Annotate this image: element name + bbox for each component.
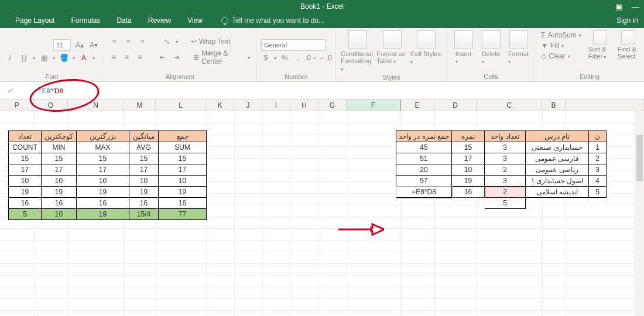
table-cell[interactable]: 3 [485,142,526,153]
comma-icon[interactable]: , [293,53,303,63]
find-select-button[interactable]: Find & Select [618,30,639,72]
column-header-F[interactable]: F [347,99,400,111]
table-cell[interactable]: فارسی عمومی [526,153,589,164]
table-cell[interactable]: اندیشه اسلامی [526,187,589,198]
table-cell[interactable]: 2 [589,153,607,164]
tab-review[interactable]: Review [140,13,179,28]
sort-filter-button[interactable]: Sort & Filter ▾ [588,30,612,72]
italic-icon[interactable]: I [5,53,15,63]
increase-font-icon[interactable]: A▴ [74,40,85,50]
table-cell[interactable]: 10 [159,176,207,187]
align-center-icon[interactable]: ≡ [122,52,131,63]
table-cell[interactable]: 16 [77,198,129,209]
decrease-font-icon[interactable]: A▾ [88,40,99,50]
orientation-icon[interactable]: ⤡ [162,36,172,47]
underline-icon[interactable]: U [19,53,29,63]
tab-page-layout[interactable]: Page Layout [7,13,63,28]
indent-inc-icon[interactable]: ⇥ [171,52,180,63]
scrollbar-vertical[interactable] [635,111,644,316]
table-cell[interactable]: 19 [77,209,129,220]
enter-icon[interactable] [20,85,30,96]
active-cell[interactable]: =E8*D8 [396,187,452,198]
column-header-E[interactable]: E [400,99,434,111]
format-button[interactable]: Format▾ [506,30,532,72]
table-cell[interactable]: 5 [485,198,526,209]
table-cell[interactable]: 4 [589,176,607,187]
number-format-select[interactable] [261,39,326,51]
align-right-icon[interactable]: ≡ [135,52,145,63]
table-cell[interactable]: 17 [77,164,129,176]
column-header-H[interactable]: H [290,99,318,111]
table-cell[interactable]: اصول حسابداری ۱ [526,176,589,187]
autosum-button[interactable]: ΣAutoSum▾ [540,30,583,40]
table-cell[interactable]: 45 [396,142,452,153]
table-cell[interactable]: 10 [452,164,485,176]
fill-color-icon[interactable]: 🪣 [59,53,69,63]
clear-button[interactable]: ◇Clear▾ [540,51,583,61]
align-left-icon[interactable]: ≡ [109,52,118,63]
table-cell[interactable]: 15/4 [129,209,159,220]
merge-center-button[interactable]: ⊞Merge & Center▾ [192,49,251,66]
table-cell[interactable]: AVG [129,142,159,153]
table-cell[interactable]: COUNT [9,142,42,153]
indent-dec-icon[interactable]: ⇤ [158,52,167,63]
restore-icon[interactable]: ▣ [615,2,622,11]
table-cell[interactable]: 17 [42,164,77,176]
grid[interactable]: تعداد کوچکترین بزرگترین میانگین جمع COUN… [0,111,644,316]
fill-button[interactable]: ▼Fill▾ [540,41,583,50]
column-header-N[interactable]: N [68,99,124,111]
table-cell[interactable]: 5 [9,209,42,220]
table-cell[interactable]: 16 [129,198,159,209]
table-cell[interactable]: 2 [485,164,526,176]
table-cell[interactable]: 16 [452,187,485,198]
table-cell[interactable]: 16 [9,198,42,209]
column-header-O[interactable]: O [34,99,68,111]
column-header-D[interactable]: D [434,99,477,111]
column-header-K[interactable]: K [206,99,234,111]
table-cell[interactable]: 3 [589,164,607,176]
cell-styles-button[interactable]: Cell Styles ▾ [410,30,442,73]
minimize-icon[interactable]: — [632,2,639,11]
table-cell[interactable]: 10 [129,176,159,187]
column-header-J[interactable]: J [234,99,262,111]
table-cell[interactable]: 51 [396,153,452,164]
table-cell[interactable]: 19 [77,187,129,198]
column-header-L[interactable]: L [156,99,206,111]
align-middle-icon[interactable]: ≡ [123,36,133,47]
table-cell[interactable]: 10 [42,176,77,187]
table-cell[interactable]: 17 [129,164,159,176]
table-cell[interactable]: 19 [159,187,207,198]
currency-icon[interactable]: $ [261,53,270,63]
align-bottom-icon[interactable]: ≡ [137,36,148,47]
table-cell[interactable]: 5 [589,187,607,198]
delete-button[interactable]: Delete▾ [478,30,504,72]
column-header-M[interactable]: M [124,99,156,111]
table-cell[interactable]: 19 [129,187,159,198]
table-cell[interactable]: 10 [9,176,42,187]
column-header-I[interactable]: I [262,99,290,111]
align-top-icon[interactable]: ≡ [109,36,119,47]
formula-input[interactable]: =E8*D8 [35,84,644,98]
table-cell[interactable]: 16 [159,198,207,209]
font-color-icon[interactable]: A [78,53,89,63]
table-cell[interactable]: 19 [42,187,77,198]
column-header-G[interactable]: G [318,99,347,111]
column-header-C[interactable]: C [477,99,542,111]
sign-in[interactable]: Sign in [616,16,638,25]
table-cell[interactable]: 57 [396,176,452,187]
tab-data[interactable]: Data [108,13,139,28]
format-as-table-button[interactable]: Format as Table ▾ [376,30,408,73]
table-cell[interactable]: MIN [42,142,77,153]
cancel-icon[interactable]: ✓ [5,85,15,96]
table-cell[interactable]: 10 [42,209,77,220]
table-cell[interactable]: 17 [159,164,207,176]
table-cell[interactable]: 15 [129,153,159,164]
increase-decimal-icon[interactable]: .0→ [306,53,317,63]
table-cell[interactable]: حسابداری صنعتی [526,142,589,153]
tell-me[interactable]: Tell me what you want to do... [221,16,324,25]
tab-formulas[interactable]: Formulas [63,13,108,28]
table-cell[interactable]: 15 [9,153,42,164]
table-cell[interactable]: 15 [77,153,129,164]
table-cell[interactable]: 15 [452,142,485,153]
table-cell[interactable]: 3 [485,176,526,187]
